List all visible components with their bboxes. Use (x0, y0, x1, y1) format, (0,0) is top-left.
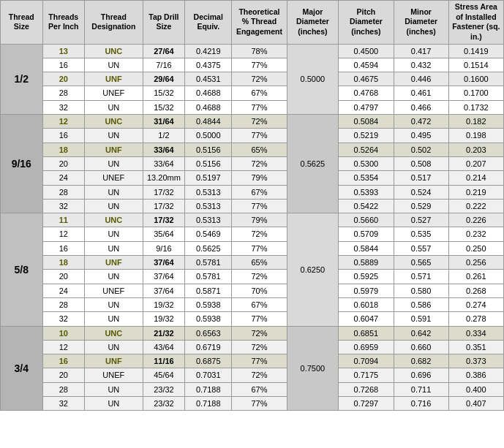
designation-cell: UNF (85, 143, 143, 156)
major-diameter-cell: 0.6250 (287, 213, 339, 326)
decimal-cell: 0.5156 (185, 156, 232, 170)
table-row: 20UNEF45/640.703172%0.71750.6960.386 (1, 368, 504, 382)
pitch-diameter-cell: 0.5354 (339, 171, 394, 185)
table-row: 24UNEF13.20mm0.519779%0.53540.5170.214 (1, 171, 504, 185)
stress-area-cell: 0.386 (448, 368, 503, 382)
pitch-diameter-cell: 0.6018 (339, 297, 394, 311)
table-row: 1/213UNC27/640.421978%0.50000.45000.4170… (1, 44, 504, 58)
pitch-diameter-cell: 0.5979 (339, 284, 394, 297)
tpi-cell: 32 (42, 199, 85, 213)
pct-thread-cell: 72% (232, 156, 287, 170)
pct-thread-cell: 77% (232, 241, 287, 255)
tpi-cell: 28 (42, 297, 85, 311)
stress-area-cell: 0.1732 (448, 100, 503, 114)
designation-cell: UNC (85, 326, 143, 340)
pct-thread-cell: 72% (232, 368, 287, 382)
designation-cell: UN (85, 199, 143, 213)
table-row: 28UN19/320.593867%0.60180.5860.274 (1, 297, 504, 311)
stress-area-cell: 0.203 (448, 143, 503, 156)
table-row: 28UNEF15/320.468867%0.47680.4610.1700 (1, 86, 504, 100)
minor-diameter-cell: 0.571 (394, 270, 448, 284)
tpi-cell: 28 (42, 382, 85, 396)
pitch-diameter-cell: 0.5422 (339, 199, 394, 213)
thread-size-cell: 1/2 (1, 44, 43, 114)
tap-drill-cell: 37/64 (143, 270, 185, 284)
minor-diameter-cell: 0.495 (394, 129, 448, 143)
tpi-cell: 12 (42, 227, 85, 241)
tap-drill-cell: 43/64 (143, 340, 185, 354)
tap-drill-cell: 11/16 (143, 354, 185, 368)
thread-size-cell: 9/16 (1, 115, 43, 213)
header-pct-thread: Theoretical % Thread Engagement (232, 1, 287, 45)
tpi-cell: 10 (42, 326, 85, 340)
pitch-diameter-cell: 0.5889 (339, 256, 394, 270)
pitch-diameter-cell: 0.7297 (339, 396, 394, 410)
designation-cell: UN (85, 382, 143, 396)
tap-drill-cell: 1/2 (143, 129, 185, 143)
header-tpi: Threads Per Inch (42, 1, 85, 45)
table-row: 32UN17/320.531377%0.54220.5290.222 (1, 199, 504, 213)
table-row: 24UNEF37/640.587170%0.59790.5800.268 (1, 284, 504, 297)
major-diameter-cell: 0.5625 (287, 115, 339, 213)
pitch-diameter-cell: 0.5660 (339, 213, 394, 227)
header-decimal: Decimal Equiv. (185, 1, 232, 45)
tpi-cell: 18 (42, 256, 85, 270)
decimal-cell: 0.5156 (185, 143, 232, 156)
decimal-cell: 0.5313 (185, 185, 232, 199)
minor-diameter-cell: 0.682 (394, 354, 448, 368)
pitch-diameter-cell: 0.4675 (339, 72, 394, 86)
minor-diameter-cell: 0.461 (394, 86, 448, 100)
pitch-diameter-cell: 0.7268 (339, 382, 394, 396)
table-row: 9/1612UNC31/640.484472%0.56250.50840.472… (1, 115, 504, 129)
minor-diameter-cell: 0.642 (394, 326, 448, 340)
stress-area-cell: 0.226 (448, 213, 503, 227)
designation-cell: UNF (85, 256, 143, 270)
stress-area-cell: 0.232 (448, 227, 503, 241)
minor-diameter-cell: 0.535 (394, 227, 448, 241)
pct-thread-cell: 72% (232, 340, 287, 354)
pct-thread-cell: 72% (232, 326, 287, 340)
table-row: 16UN9/160.562577%0.58440.5570.250 (1, 241, 504, 255)
designation-cell: UNEF (85, 171, 143, 185)
tpi-cell: 16 (42, 129, 85, 143)
table-row: 20UNF29/640.453172%0.46750.4460.1600 (1, 72, 504, 86)
pitch-diameter-cell: 0.6851 (339, 326, 394, 340)
pitch-diameter-cell: 0.5393 (339, 185, 394, 199)
tap-drill-cell: 17/32 (143, 185, 185, 199)
tpi-cell: 18 (42, 143, 85, 156)
decimal-cell: 0.5000 (185, 129, 232, 143)
decimal-cell: 0.5781 (185, 270, 232, 284)
pitch-diameter-cell: 0.5264 (339, 143, 394, 156)
designation-cell: UN (85, 100, 143, 114)
pitch-diameter-cell: 0.4594 (339, 58, 394, 72)
minor-diameter-cell: 0.660 (394, 340, 448, 354)
tap-drill-cell: 17/32 (143, 213, 185, 227)
stress-area-cell: 0.214 (448, 171, 503, 185)
pitch-diameter-cell: 0.5300 (339, 156, 394, 170)
pct-thread-cell: 77% (232, 129, 287, 143)
pct-thread-cell: 79% (232, 213, 287, 227)
tap-drill-cell: 33/64 (143, 143, 185, 156)
tap-drill-cell: 17/32 (143, 199, 185, 213)
decimal-cell: 0.5781 (185, 256, 232, 270)
stress-area-cell: 0.261 (448, 270, 503, 284)
table-row: 32UN15/320.468877%0.47970.4660.1732 (1, 100, 504, 114)
tpi-cell: 12 (42, 115, 85, 129)
tap-drill-cell: 15/32 (143, 100, 185, 114)
decimal-cell: 0.5313 (185, 213, 232, 227)
table-row: 20UN37/640.578172%0.59250.5710.261 (1, 270, 504, 284)
pct-thread-cell: 67% (232, 86, 287, 100)
designation-cell: UNEF (85, 86, 143, 100)
header-thread-size: Thread Size (1, 1, 43, 45)
tap-drill-cell: 35/64 (143, 227, 185, 241)
major-diameter-cell: 0.5000 (287, 44, 339, 114)
decimal-cell: 0.5625 (185, 241, 232, 255)
minor-diameter-cell: 0.466 (394, 100, 448, 114)
decimal-cell: 0.4688 (185, 86, 232, 100)
pitch-diameter-cell: 0.5219 (339, 129, 394, 143)
minor-diameter-cell: 0.580 (394, 284, 448, 297)
tap-drill-cell: 13.20mm (143, 171, 185, 185)
pitch-diameter-cell: 0.4797 (339, 100, 394, 114)
header-major: Major Diameter (inches) (287, 1, 339, 45)
stress-area-cell: 0.1419 (448, 44, 503, 58)
